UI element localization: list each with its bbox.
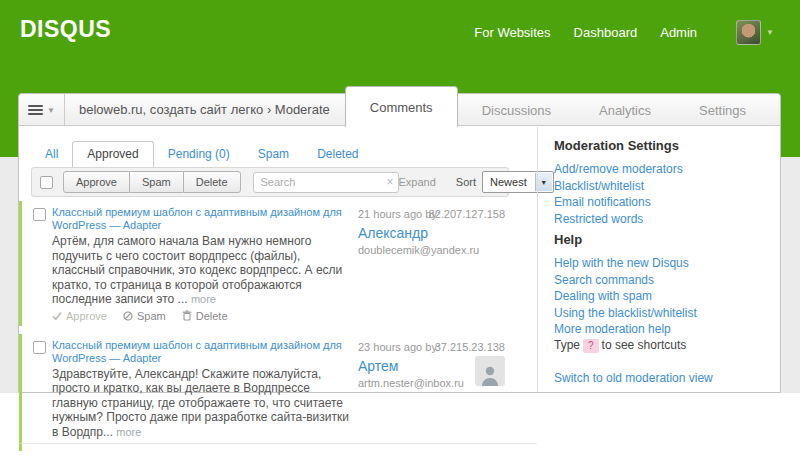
approve-button[interactable]: Approve	[63, 171, 130, 193]
moderation-sidebar: Moderation Settings Add/remove moderator…	[538, 127, 780, 392]
disqus-logo: DISQUS	[20, 16, 111, 43]
comment-spam-action[interactable]: Spam	[123, 310, 166, 322]
tab-discussions[interactable]: Discussions	[458, 86, 575, 127]
comment-list: Классный премиум шаблон с адаптивным диз…	[19, 201, 537, 451]
comment-ip-address: 37.215.23.138	[435, 341, 505, 353]
filter-deleted[interactable]: Deleted	[303, 142, 372, 166]
tab-analytics[interactable]: Analytics	[575, 86, 675, 127]
comment-row: Классный премиум шаблон с адаптивным диз…	[19, 201, 537, 326]
link-search-commands[interactable]: Search commands	[554, 273, 654, 287]
comment-ip-address: 82.207.127.158	[429, 208, 505, 220]
clear-search-icon[interactable]: ×	[387, 175, 394, 189]
user-menu[interactable]: ▼	[736, 20, 774, 45]
sort-selected-value: Newest	[483, 176, 534, 188]
search-box: ×	[253, 172, 399, 193]
comment-checkbox[interactable]	[33, 208, 46, 221]
delete-button[interactable]: Delete	[183, 171, 241, 193]
bulk-action-buttons: Approve Spam Delete	[63, 171, 241, 193]
help-heading: Help	[554, 232, 764, 247]
tab-comments[interactable]: Comments	[345, 86, 458, 127]
more-link[interactable]: more	[116, 426, 141, 438]
comment-author-avatar	[475, 223, 505, 253]
user-avatar	[736, 20, 761, 45]
comment-meta: 21 hours ago by: 82.207.127.158 Александ…	[358, 206, 505, 322]
comment-body: Артём, для самого начала Вам нужно немно…	[52, 234, 352, 307]
comment-checkbox[interactable]	[33, 341, 46, 354]
comment-author-avatar	[475, 356, 505, 386]
switch-old-view-link[interactable]: Switch to old moderation view	[554, 371, 713, 385]
help-links: Help with the new Disqus Search commands…	[554, 255, 764, 337]
expand-link[interactable]: Expand	[399, 176, 436, 188]
filter-tabs: All Approved Pending (0) Spam Deleted	[31, 141, 373, 167]
comment-body: Здравствуйте, Александр! Скажите пожалуй…	[52, 367, 352, 440]
moderation-settings-heading: Moderation Settings	[554, 138, 764, 153]
link-blacklist-whitelist[interactable]: Blacklist/whitelist	[554, 179, 644, 193]
nav-for-websites[interactable]: For Websites	[474, 25, 550, 40]
select-all-checkbox[interactable]	[40, 176, 53, 189]
trash-icon	[182, 310, 192, 321]
link-add-remove-moderators[interactable]: Add/remove moderators	[554, 162, 683, 176]
tab-settings[interactable]: Settings	[675, 86, 770, 127]
shortcut-hint: Type?to see shortcuts	[554, 338, 764, 353]
link-restricted-words[interactable]: Restricted words	[554, 212, 643, 226]
comment-actions: Approve Spam Delete	[52, 310, 352, 322]
comment-meta: 23 hours ago by: 37.215.23.138 Артем art…	[358, 339, 505, 440]
nav-admin[interactable]: Admin	[660, 25, 697, 40]
spam-icon	[123, 311, 133, 321]
hamburger-menu-button[interactable]: ▼	[19, 94, 65, 126]
moderation-toolbar: Approve Spam Delete × Expand Sort Newest…	[31, 167, 509, 197]
comment-approve-action[interactable]: Approve	[52, 310, 107, 322]
settings-links: Add/remove moderators Blacklist/whitelis…	[554, 161, 764, 226]
spam-button[interactable]: Spam	[130, 171, 183, 193]
panel-tabs: Comments Discussions Analytics Settings	[345, 86, 770, 127]
chevron-down-icon: ▼	[766, 28, 774, 37]
filter-spam[interactable]: Spam	[244, 142, 303, 166]
thread-title-link[interactable]: Классный премиум шаблон с адаптивным диз…	[52, 339, 352, 365]
moderation-panel: ▼ beloweb.ru, создать сайт легко › Moder…	[18, 93, 781, 393]
link-dealing-with-spam[interactable]: Dealing with spam	[554, 289, 652, 303]
question-key-badge: ?	[583, 339, 599, 353]
hamburger-icon	[28, 105, 43, 115]
filter-pending[interactable]: Pending (0)	[154, 142, 244, 166]
nav-dashboard[interactable]: Dashboard	[574, 25, 638, 40]
filter-approved[interactable]: Approved	[72, 141, 153, 167]
person-icon	[479, 364, 501, 386]
comment-row: Классный премиум шаблон с адаптивным диз…	[19, 334, 537, 444]
search-input[interactable]	[253, 172, 399, 193]
comment-row-partial	[19, 443, 537, 451]
link-help-new-disqus[interactable]: Help with the new Disqus	[554, 256, 689, 270]
more-link[interactable]: more	[191, 293, 216, 305]
comment-content: Классный премиум шаблон с адаптивным диз…	[52, 206, 352, 322]
link-email-notifications[interactable]: Email notifications	[554, 195, 651, 209]
comment-content: Классный премиум шаблон с адаптивным диз…	[52, 339, 352, 440]
chevron-down-icon: ▼	[47, 106, 55, 115]
breadcrumb: beloweb.ru, создать сайт легко › Moderat…	[79, 94, 330, 126]
filter-all[interactable]: All	[31, 142, 72, 166]
link-more-moderation-help[interactable]: More moderation help	[554, 322, 671, 336]
link-using-blacklist-whitelist[interactable]: Using the blacklist/whitelist	[554, 306, 697, 320]
thread-title-link[interactable]: Классный премиум шаблон с адаптивным диз…	[52, 206, 352, 232]
comment-delete-action[interactable]: Delete	[182, 310, 228, 322]
sort-label: Sort	[456, 176, 476, 188]
check-icon	[52, 311, 62, 321]
top-navigation: For Websites Dashboard Admin ▼	[474, 0, 774, 64]
